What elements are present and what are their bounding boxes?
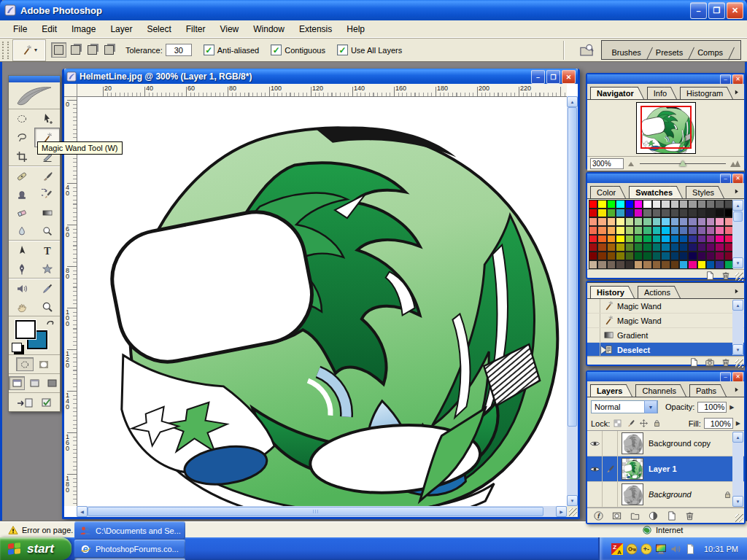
color-swatch[interactable] [697, 226, 706, 235]
color-swatch[interactable] [634, 235, 643, 244]
history-step[interactable]: Magic Wand [587, 314, 744, 328]
palette-menu-icon[interactable] [731, 286, 742, 296]
navigator-tab-navigator[interactable]: Navigator [590, 87, 638, 99]
link-cell[interactable] [603, 431, 618, 456]
color-swatch[interactable] [589, 226, 597, 235]
canvas[interactable] [77, 96, 567, 506]
doc-close-button[interactable]: ✕ [562, 70, 576, 84]
color-swatch[interactable] [597, 243, 606, 252]
color-swatch[interactable] [679, 209, 688, 217]
options-grip[interactable] [2, 42, 9, 59]
color-swatch[interactable] [616, 260, 624, 269]
zoom-tool[interactable] [34, 298, 60, 316]
color-swatch[interactable] [688, 217, 697, 226]
scroll-up-icon[interactable]: ▲ [567, 96, 578, 107]
color-swatch[interactable] [706, 235, 715, 244]
hand-tool[interactable] [9, 298, 34, 316]
color-swatch[interactable] [589, 260, 597, 269]
color-swatch[interactable] [643, 235, 651, 244]
gradient-tool[interactable] [34, 203, 60, 222]
scroll-up-icon[interactable]: ▲ [732, 200, 743, 211]
color-swatch[interactable] [688, 235, 697, 244]
color-swatch[interactable] [670, 260, 679, 269]
color-swatch[interactable] [697, 217, 706, 226]
color-swatch[interactable] [634, 209, 643, 217]
menu-select[interactable]: Select [139, 21, 178, 37]
color-swatch[interactable] [616, 252, 624, 260]
palette-titlebar[interactable]: –✕ [587, 372, 744, 381]
color-swatch[interactable] [625, 209, 634, 217]
color-swatch[interactable] [643, 209, 651, 217]
checkbox-box[interactable]: ✓ [271, 44, 282, 55]
history-step[interactable]: Deselect [587, 343, 744, 357]
menu-view[interactable]: View [212, 21, 246, 37]
scroll-left-icon[interactable]: ◀ [77, 506, 88, 517]
doc-restore-button[interactable]: ❐ [546, 70, 560, 84]
color-swatch[interactable] [589, 243, 597, 252]
lock-transparency-icon[interactable] [613, 419, 622, 428]
resize-grip[interactable] [567, 506, 578, 517]
maximize-button[interactable]: ❐ [708, 2, 725, 19]
color-swatch[interactable] [652, 235, 661, 244]
clone-stamp-tool[interactable] [9, 185, 34, 203]
color-swatch[interactable] [661, 217, 670, 226]
zoom-out-mini-icon[interactable] [627, 160, 636, 168]
color-swatch[interactable] [643, 226, 651, 235]
color-swatch[interactable] [688, 200, 697, 209]
color-swatch[interactable] [597, 200, 606, 209]
new-layer-icon[interactable] [666, 510, 677, 521]
color-swatch[interactable] [634, 200, 643, 209]
color-swatch[interactable] [643, 243, 651, 252]
color-swatch[interactable] [625, 260, 634, 269]
mask-icon[interactable] [611, 510, 622, 521]
color-swatch[interactable] [706, 226, 715, 235]
color-swatch[interactable] [643, 260, 651, 269]
zonealarm-icon[interactable]: ZA [611, 543, 623, 555]
color-swatch[interactable] [706, 217, 715, 226]
start-button[interactable]: start [0, 537, 71, 560]
navigator-tab-info[interactable]: Info [647, 87, 671, 99]
color-swatch[interactable] [688, 252, 697, 260]
color-swatch[interactable] [652, 252, 661, 260]
minimize-button[interactable]: – [690, 2, 707, 19]
lasso-tool[interactable] [9, 128, 34, 146]
color-swatch[interactable] [597, 235, 606, 244]
blur-tool[interactable] [9, 222, 34, 240]
layer-row[interactable]: Background [587, 482, 744, 508]
color-swatch[interactable] [715, 260, 724, 269]
color-swatch[interactable] [616, 235, 624, 244]
current-tool-button[interactable]: ▾ [13, 40, 45, 61]
color-swatch[interactable] [625, 226, 634, 235]
color-swatch[interactable] [715, 200, 724, 209]
scroll-down-icon[interactable]: ▼ [567, 495, 578, 506]
color-swatch[interactable] [679, 217, 688, 226]
custom-shape-tool[interactable] [34, 260, 60, 278]
pen-tool[interactable] [9, 260, 34, 278]
color-swatch[interactable] [607, 209, 616, 217]
color-swatch[interactable] [652, 217, 661, 226]
color-swatch[interactable] [688, 260, 697, 269]
type-tool[interactable]: T [34, 241, 60, 260]
color-swatch[interactable] [697, 200, 706, 209]
color-swatch[interactable] [670, 252, 679, 260]
color-swatch[interactable] [715, 243, 724, 252]
extensis-check-icon[interactable] [38, 395, 55, 409]
fill-input[interactable]: 100% [704, 418, 733, 429]
history-tab-actions[interactable]: Actions [638, 286, 675, 298]
history-step[interactable]: Gradient [587, 328, 744, 343]
color-swatch[interactable] [661, 209, 670, 217]
zoom-in-mini-icon[interactable] [729, 159, 741, 169]
color-swatch[interactable] [688, 209, 697, 217]
layer-row[interactable]: Background copy [587, 431, 744, 456]
color-swatch[interactable] [661, 235, 670, 244]
swap-colors-icon[interactable] [45, 319, 55, 329]
quick-mask-mode-button[interactable] [35, 357, 53, 371]
color-swatch[interactable] [679, 235, 688, 244]
eyedropper-tool[interactable] [34, 279, 60, 298]
well-tab-brushes[interactable]: Brushes [605, 45, 649, 59]
move-tool[interactable] [34, 109, 60, 128]
menu-extensis[interactable]: Extensis [292, 21, 339, 37]
palette-close-button[interactable]: ✕ [732, 174, 743, 184]
paintbrush-icon[interactable] [626, 419, 635, 428]
new-selection-mode-button[interactable] [51, 42, 66, 58]
